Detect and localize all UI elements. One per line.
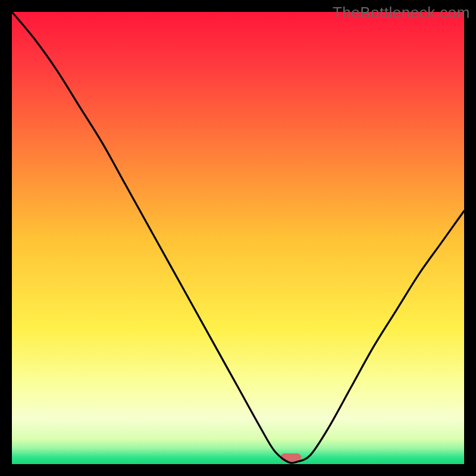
plot-area <box>12 12 464 464</box>
chart-canvas: TheBottleneck.com <box>0 0 476 476</box>
gradient-background <box>12 12 464 464</box>
watermark-text: TheBottleneck.com <box>333 4 470 22</box>
bottleneck-plot-svg <box>12 12 464 464</box>
